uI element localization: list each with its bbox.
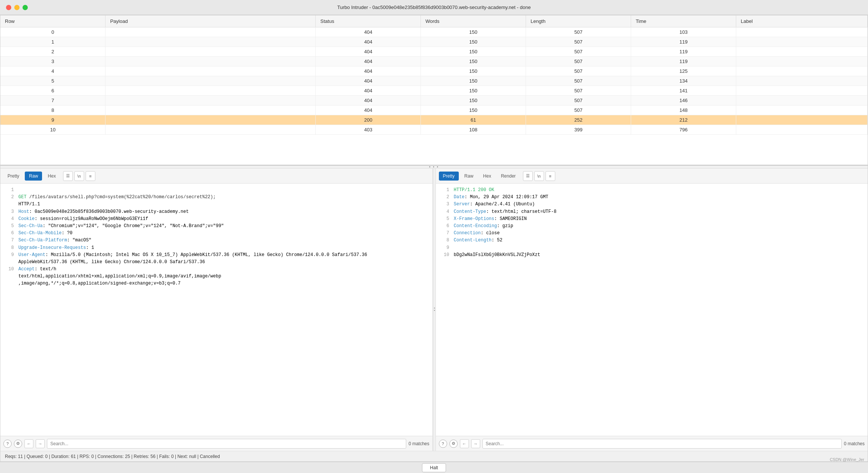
table-row[interactable]: 5404150507134 <box>0 76 868 86</box>
search-input-right[interactable] <box>482 439 842 449</box>
table-row[interactable]: 0404150507103 <box>0 27 868 37</box>
table-row[interactable]: 10403108399796 <box>0 125 868 135</box>
cell-length: 507 <box>526 105 631 115</box>
cell-length: 252 <box>526 115 631 125</box>
halt-button[interactable]: Halt <box>422 463 446 472</box>
bottom-section: Pretty Raw Hex ☰ \n ≡ 12GET /files/avata… <box>0 169 868 451</box>
cell-status: 404 <box>316 86 421 96</box>
line-text: Connection: close <box>454 230 500 236</box>
cell-payload <box>105 37 316 47</box>
tab-hex-right[interactable]: Hex <box>479 172 495 181</box>
line-text: Content-Type: text/html; charset=UTF-8 <box>454 209 557 214</box>
line-number: 10 <box>5 266 14 273</box>
line-number: 9 <box>440 244 449 252</box>
wrap-icon-right[interactable]: ≡ <box>546 171 555 181</box>
prev-match-left[interactable]: ← <box>24 439 33 448</box>
cell-time: 103 <box>631 27 736 37</box>
content-line: 6Content-Encoding: gzip <box>440 223 863 230</box>
line-number: 3 <box>5 208 14 215</box>
next-match-right[interactable]: → <box>471 439 480 448</box>
search-input-left[interactable] <box>47 439 406 449</box>
table-row[interactable]: 8404150507148 <box>0 105 868 115</box>
cell-status: 403 <box>316 125 421 135</box>
tab-render-right[interactable]: Render <box>497 172 520 181</box>
cell-payload <box>105 125 316 135</box>
close-button[interactable] <box>6 5 11 10</box>
help-icon-right[interactable]: ? <box>439 440 447 448</box>
vertical-drag-handle[interactable]: • • • <box>0 166 868 169</box>
status-bar: Reqs: 11 | Queued: 0 | Duration: 61 | RP… <box>0 451 868 461</box>
horizontal-drag-handle[interactable]: •• <box>433 169 436 451</box>
cell-row: 2 <box>0 47 105 57</box>
table-row[interactable]: 7404150507146 <box>0 96 868 105</box>
col-words: Words <box>421 15 526 27</box>
cell-label <box>736 27 868 37</box>
table-body: 0404150507103140415050711924041505071193… <box>0 27 868 135</box>
newline-icon-left[interactable]: \n <box>74 171 84 181</box>
cell-time: 125 <box>631 66 736 76</box>
line-number: 7 <box>5 237 14 244</box>
minimize-button[interactable] <box>14 5 20 10</box>
line-text: X-Frame-Options: SAMEORIGIN <box>454 216 527 221</box>
cell-time: 796 <box>631 125 736 135</box>
table-row[interactable]: 1404150507119 <box>0 37 868 47</box>
cell-status: 404 <box>316 47 421 57</box>
cell-words: 150 <box>421 86 526 96</box>
cell-time: 119 <box>631 37 736 47</box>
content-line-cont: text/html,application/xhtml+xml,applicat… <box>5 273 428 280</box>
cell-label <box>736 96 868 105</box>
cell-status: 404 <box>316 27 421 37</box>
matches-left: 0 matches <box>408 441 429 446</box>
table-row[interactable]: 6404150507141 <box>0 86 868 96</box>
titlebar: Turbo Intruder - 0ac5009e048e235b85f836d… <box>0 0 868 15</box>
window-controls <box>6 5 28 10</box>
list-icon-right[interactable]: ☰ <box>523 171 533 181</box>
next-match-left[interactable]: → <box>36 439 45 448</box>
cell-length: 507 <box>526 27 631 37</box>
tab-raw-left[interactable]: Raw <box>25 172 42 181</box>
col-time: Time <box>631 15 736 27</box>
line-text: Sec-Ch-Ua-Platform: "macOS" <box>18 238 91 243</box>
results-table: Row Payload Status Words Length Time Lab… <box>0 15 868 135</box>
prev-match-right[interactable]: ← <box>460 439 469 448</box>
cell-row: 1 <box>0 37 105 47</box>
wrap-icon-left[interactable]: ≡ <box>86 171 95 181</box>
cell-words: 150 <box>421 96 526 105</box>
cell-time: 212 <box>631 115 736 125</box>
request-content[interactable]: 12GET /files/avatars/shell.php?cmd=syste… <box>0 184 432 436</box>
response-content[interactable]: 1HTTP/1.1 200 OK2Date: Mon, 29 Apr 2024 … <box>436 184 868 436</box>
halt-bar: Halt <box>0 462 868 473</box>
content-line-cont: ,image/apng,*/*;q=0.8,application/signed… <box>5 280 428 287</box>
list-icon-left[interactable]: ☰ <box>63 171 73 181</box>
line-number: 8 <box>5 244 14 252</box>
tab-pretty-right[interactable]: Pretty <box>439 172 459 181</box>
cell-label <box>736 115 868 125</box>
line-number: 10 <box>440 252 449 259</box>
newline-icon-right[interactable]: \n <box>534 171 544 181</box>
table-row[interactable]: 4404150507125 <box>0 66 868 76</box>
table-row[interactable]: 3404150507119 <box>0 57 868 66</box>
tab-raw-right[interactable]: Raw <box>460 172 478 181</box>
table-row[interactable]: 920061252212 <box>0 115 868 125</box>
cell-row: 0 <box>0 27 105 37</box>
cell-status: 404 <box>316 37 421 47</box>
line-text: HTTP/1.1 200 OK <box>454 187 494 193</box>
settings-icon-left[interactable]: ⚙ <box>14 440 22 448</box>
line-text: User-Agent: Mozilla/5.0 (Macintosh; Inte… <box>18 252 367 258</box>
tab-pretty-left[interactable]: Pretty <box>3 172 23 181</box>
col-row: Row <box>0 15 105 27</box>
line-number: 1 <box>440 187 449 194</box>
cell-words: 61 <box>421 115 526 125</box>
maximize-button[interactable] <box>23 5 28 10</box>
help-icon-left[interactable]: ? <box>3 440 12 448</box>
cell-status: 200 <box>316 115 421 125</box>
cell-row: 10 <box>0 125 105 135</box>
table-row[interactable]: 2404150507119 <box>0 47 868 57</box>
line-text: Content-Encoding: gzip <box>454 223 513 229</box>
request-toolbar: Pretty Raw Hex ☰ \n ≡ <box>0 169 432 184</box>
settings-icon-right[interactable]: ⚙ <box>449 440 458 448</box>
line-text: Cookie: session=roLljz9AuaRoNwOOejm6NbWp… <box>18 216 148 221</box>
content-line: 10Accept: text/h <box>5 266 428 273</box>
tab-hex-left[interactable]: Hex <box>44 172 60 181</box>
content-line: 2Date: Mon, 29 Apr 2024 12:09:17 GMT <box>440 194 863 201</box>
